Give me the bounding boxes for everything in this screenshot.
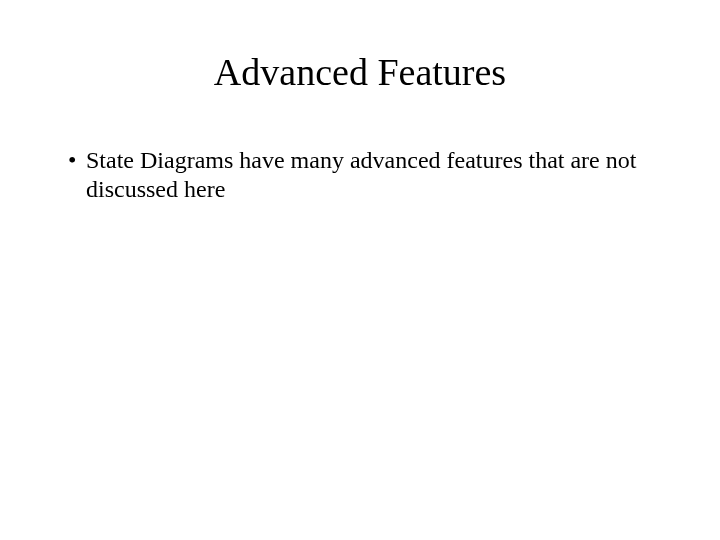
list-item: • State Diagrams have many advanced feat… xyxy=(60,146,660,204)
bullet-list: • State Diagrams have many advanced feat… xyxy=(60,146,660,204)
bullet-text: State Diagrams have many advanced featur… xyxy=(86,146,660,204)
slide-title: Advanced Features xyxy=(60,50,660,94)
bullet-icon: • xyxy=(60,146,86,175)
